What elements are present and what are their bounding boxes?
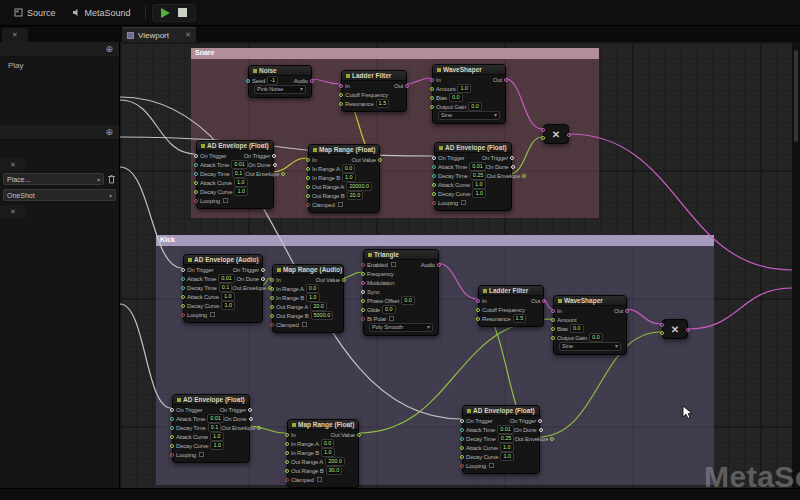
time-input-pin[interactable]: [460, 428, 464, 432]
value-box[interactable]: 20.0: [310, 302, 327, 311]
preset-dropdown[interactable]: Place... ▾: [3, 173, 104, 185]
sidebar-subtab-close-1[interactable]: ✕: [0, 158, 26, 171]
float-output-pin[interactable]: [522, 174, 526, 178]
checkbox[interactable]: [317, 477, 322, 482]
float-input-pin[interactable]: [181, 304, 185, 308]
value-box[interactable]: 1.0: [500, 452, 514, 461]
value-box[interactable]: 0.01: [497, 425, 514, 434]
float-output-pin[interactable]: [257, 426, 261, 430]
node-ad-envelope-float[interactable]: AD Envelope (Float)On TriggerOn TriggerA…: [172, 394, 250, 463]
node-title[interactable]: Triangle: [364, 250, 438, 260]
trigger-input-pin[interactable]: [181, 268, 185, 272]
value-box[interactable]: 1.0: [210, 441, 224, 450]
bool-input-pin[interactable]: [285, 478, 289, 482]
type-dropdown[interactable]: Sine▾: [559, 342, 621, 351]
bool-input-pin[interactable]: [306, 203, 310, 207]
float-input-pin[interactable]: [339, 102, 343, 106]
audio-output-pin[interactable]: [542, 299, 546, 303]
float-input-pin[interactable]: [170, 444, 174, 448]
value-box[interactable]: 0.01: [218, 274, 235, 283]
float-input-pin[interactable]: [430, 96, 434, 100]
comment-title[interactable]: Snare: [191, 48, 599, 59]
float-input-pin[interactable]: [270, 287, 274, 291]
value-box[interactable]: 200.0: [325, 457, 345, 466]
node-ad-envelope-float[interactable]: AD Envelope (Float)On TriggerOn TriggerA…: [462, 405, 540, 474]
value-box[interactable]: 0.1: [219, 283, 233, 292]
float-output-pin[interactable]: [281, 172, 285, 176]
value-box[interactable]: -1: [267, 76, 278, 85]
bool-input-pin[interactable]: [361, 317, 365, 321]
checkbox[interactable]: [302, 322, 307, 327]
node-title[interactable]: WaveShaper: [433, 65, 505, 75]
time-input-pin[interactable]: [181, 277, 185, 281]
input-pin[interactable]: [660, 331, 664, 335]
float-input-pin[interactable]: [270, 296, 274, 300]
trigger-output-pin[interactable]: [272, 154, 276, 158]
value-box[interactable]: 1.0: [306, 293, 320, 302]
value-box[interactable]: 1.0: [472, 180, 486, 189]
tab-viewport[interactable]: Viewport ✕: [122, 27, 196, 42]
trigger-output-pin[interactable]: [539, 428, 543, 432]
node-noise[interactable]: NoiseSeed-1AudioPink Noise▾: [248, 65, 312, 98]
node-triangle[interactable]: TriangleEnabledAudioFrequencyModulationS…: [363, 249, 439, 336]
trigger-input-pin[interactable]: [194, 154, 198, 158]
metasound-button[interactable]: MetaSound: [64, 5, 139, 21]
trigger-input-pin[interactable]: [432, 156, 436, 160]
trigger-output-pin[interactable]: [273, 163, 277, 167]
checkbox[interactable]: [489, 463, 494, 468]
bool-input-pin[interactable]: [432, 201, 436, 205]
value-box[interactable]: 5000.0: [311, 311, 334, 320]
node-waveshaper[interactable]: WaveShaperInOutAmount1.0Bias0.0Output Ga…: [432, 64, 506, 124]
value-box[interactable]: 1.0: [457, 84, 471, 93]
time-input-pin[interactable]: [170, 417, 174, 421]
node-ad-envelope-float[interactable]: AD Envelope (Float)On TriggerOn TriggerA…: [434, 142, 512, 211]
time-input-pin[interactable]: [432, 174, 436, 178]
checkbox[interactable]: [223, 198, 228, 203]
float-input-pin[interactable]: [285, 460, 289, 464]
time-input-pin[interactable]: [194, 172, 198, 176]
graph-canvas[interactable]: SnareKickNoiseSeed-1AudioPink Noise▾Ladd…: [120, 42, 792, 488]
input-pin[interactable]: [660, 323, 664, 327]
float-input-pin[interactable]: [285, 469, 289, 473]
play-icon[interactable]: [161, 8, 170, 18]
value-box[interactable]: 1.0: [210, 432, 224, 441]
audio-input-pin[interactable]: [339, 84, 343, 88]
output-pin[interactable]: [686, 328, 690, 332]
node-title[interactable]: AD Envelope (Float): [197, 141, 273, 151]
trigger-output-pin[interactable]: [511, 165, 515, 169]
float-input-pin[interactable]: [285, 433, 289, 437]
float-input-pin[interactable]: [270, 278, 274, 282]
node-title[interactable]: Ladder Filter: [342, 71, 406, 81]
node-title[interactable]: Map Range (Float): [288, 420, 358, 430]
type-dropdown[interactable]: Sine▾: [438, 111, 500, 120]
scrollbar-thumb[interactable]: [794, 50, 798, 142]
viewport-tab-close-icon[interactable]: ✕: [185, 31, 191, 39]
node-title[interactable]: WaveShaper: [554, 296, 626, 306]
value-box[interactable]: 0.1: [208, 423, 222, 432]
float-output-pin[interactable]: [342, 278, 346, 282]
checkbox[interactable]: [391, 262, 396, 267]
audio-input-pin[interactable]: [361, 281, 365, 285]
sidebar-item-play[interactable]: Play: [0, 57, 119, 73]
float-output-pin[interactable]: [378, 158, 382, 162]
value-box[interactable]: 0.0: [321, 439, 335, 448]
float-input-pin[interactable]: [181, 295, 185, 299]
add-circle-icon-2[interactable]: ⊕: [105, 127, 113, 137]
node-multiply[interactable]: ✕: [543, 124, 569, 144]
int-input-pin[interactable]: [246, 79, 250, 83]
output-pin[interactable]: [567, 133, 571, 137]
float-input-pin[interactable]: [306, 158, 310, 162]
node-ladder-filter[interactable]: Ladder FilterInOutCutoff FrequencyResona…: [478, 285, 544, 327]
float-input-pin[interactable]: [551, 327, 555, 331]
bool-input-pin[interactable]: [460, 464, 464, 468]
value-box[interactable]: 1.0: [342, 173, 356, 182]
float-input-pin[interactable]: [285, 451, 289, 455]
checkbox[interactable]: [389, 316, 394, 321]
trigger-output-pin[interactable]: [261, 277, 265, 281]
node-ad-envelope-audio[interactable]: AD Envelope (Audio)On TriggerOn TriggerA…: [183, 254, 263, 323]
value-box[interactable]: 30.0: [326, 466, 343, 475]
float-input-pin[interactable]: [432, 192, 436, 196]
trigger-output-pin[interactable]: [261, 268, 265, 272]
node-title[interactable]: AD Envelope (Float): [435, 143, 511, 153]
audio-output-pin[interactable]: [437, 263, 441, 267]
